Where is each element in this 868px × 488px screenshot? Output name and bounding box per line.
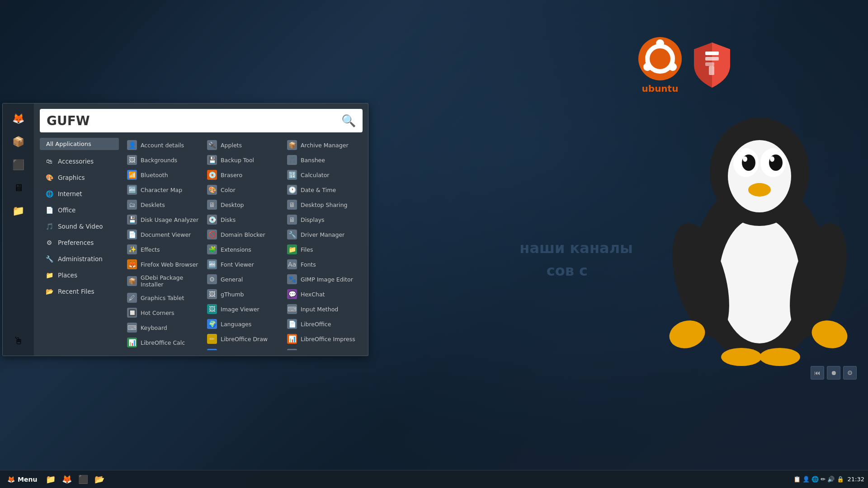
app-item-libreoffice-draw[interactable]: ✏ LibreOffice Draw: [203, 332, 283, 346]
category-office[interactable]: 📄 Office: [40, 202, 119, 218]
app-item-general[interactable]: ⚙ General: [203, 272, 283, 286]
app-item-hexchat[interactable]: 💬 HexChat: [283, 287, 363, 301]
app-label: Languages: [221, 321, 251, 328]
preferences-icon: ⚙: [44, 238, 54, 248]
bottom-btn-2[interactable]: ⏺: [827, 366, 840, 380]
app-item-files[interactable]: 📁 Files: [283, 242, 363, 257]
app-item-disk-usage-analyzer[interactable]: 💾 Disk Usage Analyzer: [123, 212, 203, 227]
app-item-fonts[interactable]: Aa Fonts: [283, 257, 363, 272]
app-item-libreoffice-impress[interactable]: 📊 LibreOffice Impress: [283, 332, 363, 346]
category-sound-video-label: Sound & Video: [58, 223, 103, 230]
app-icon: 🔌: [207, 140, 217, 150]
all-applications-btn[interactable]: All Applications: [40, 138, 119, 150]
search-input[interactable]: [47, 113, 341, 128]
office-icon: 📄: [44, 205, 54, 215]
category-internet[interactable]: 🌐 Internet: [40, 186, 119, 202]
app-label: LibreOffice Calc: [141, 339, 185, 346]
category-preferences[interactable]: ⚙ Preferences: [40, 235, 119, 250]
category-accessories[interactable]: 🛍 Accessories: [40, 154, 119, 169]
app-item-color[interactable]: 🎨 Color: [203, 183, 283, 197]
app-label: Hot Corners: [141, 310, 174, 316]
sidebar-icon-code[interactable]: 🖥: [8, 177, 29, 198]
category-administration[interactable]: 🔧 Administration: [40, 251, 119, 267]
app-icon: 🖥: [287, 215, 297, 225]
sidebar-icon-terminal[interactable]: ⬛: [8, 154, 29, 175]
app-icon: 🖥: [207, 200, 217, 210]
app-item-document-viewer[interactable]: 📄 Document Viewer: [123, 227, 203, 242]
app-item-firefox-web-browser[interactable]: 🦊 Firefox Web Browser: [123, 257, 203, 272]
app-item-desktop-sharing[interactable]: 🖥 Desktop Sharing: [283, 197, 363, 212]
app-item-driver-manager[interactable]: 🔧 Driver Manager: [283, 227, 363, 242]
app-item-effects[interactable]: ✨ Effects: [123, 242, 203, 257]
taskbar-files-icon[interactable]: 📁: [44, 473, 57, 486]
taskbar-terminal-icon[interactable]: ⬛: [77, 473, 90, 486]
app-item-character-map[interactable]: 🔤 Character Map: [123, 183, 203, 197]
app-item-libreoffice-writer[interactable]: 📝 LibreOffice Writer: [203, 347, 283, 350]
app-label: Backup Tool: [221, 157, 254, 164]
app-item-log-file-viewer[interactable]: 📋 Log File Viewer: [283, 347, 363, 350]
app-label: Desklets: [141, 202, 165, 208]
category-graphics[interactable]: 🎨 Graphics: [40, 170, 119, 185]
graphics-icon: 🎨: [44, 173, 54, 183]
sidebar-icon-folder[interactable]: 📦: [8, 131, 29, 152]
app-item-desklets[interactable]: 🗂 Desklets: [123, 197, 203, 212]
app-item-domain-blocker[interactable]: 🚫 Domain Blocker: [203, 227, 283, 242]
app-icon: 🔤: [127, 185, 137, 195]
app-item-extensions[interactable]: 🧩 Extensions: [203, 242, 283, 257]
app-item-date-&-time[interactable]: 🕐 Date & Time: [283, 183, 363, 197]
app-item-bluetooth[interactable]: 📶 Bluetooth: [123, 168, 203, 182]
app-item-applets[interactable]: 🔌 Applets: [203, 138, 283, 152]
app-item-gimp-image-editor[interactable]: 🐾 GIMP Image Editor: [283, 272, 363, 286]
bottom-btn-1[interactable]: ⏮: [811, 366, 824, 380]
category-recent-files[interactable]: 📂 Recent Files: [40, 284, 119, 299]
app-item-backup-tool[interactable]: 💾 Backup Tool: [203, 153, 283, 167]
app-label: Desktop: [221, 202, 244, 208]
app-item-gthumb[interactable]: 🖼 gThumb: [203, 287, 283, 301]
app-label: Effects: [141, 246, 160, 253]
app-item-calculator[interactable]: 🔢 Calculator: [283, 168, 363, 182]
app-icon: 📶: [127, 170, 137, 180]
app-item-hot-corners[interactable]: 🔲 Hot Corners: [123, 305, 203, 320]
app-item-libreoffice[interactable]: 📄 LibreOffice: [283, 317, 363, 331]
category-internet-label: Internet: [58, 190, 82, 197]
tux-penguin-area: [665, 81, 868, 398]
app-column-2: 🔌 Applets 💾 Backup Tool 💿 Brasero 🎨 Colo…: [203, 138, 283, 350]
app-item-libreoffice-calc[interactable]: 📊 LibreOffice Calc: [123, 335, 203, 350]
bottom-btn-3[interactable]: ⚙: [843, 366, 857, 380]
app-item-keyboard[interactable]: ⌨ Keyboard: [123, 320, 203, 335]
app-item-gdebi-package-installer[interactable]: 📦 GDebi Package Installer: [123, 272, 203, 290]
sidebar-icon-pointer[interactable]: 🖱: [8, 330, 29, 351]
administration-icon: 🔧: [44, 254, 54, 264]
taskbar-firefox-icon[interactable]: 🦊: [61, 473, 73, 486]
app-item-disks[interactable]: 💽 Disks: [203, 212, 283, 227]
search-icon[interactable]: 🔍: [341, 114, 356, 127]
app-item-banshee[interactable]: 🎵 Banshee: [283, 153, 363, 167]
category-sound-video[interactable]: 🎵 Sound & Video: [40, 219, 119, 234]
sidebar-icon-firefox[interactable]: 🦊: [8, 108, 29, 129]
taskbar-apps-icon[interactable]: 📂: [93, 473, 106, 486]
sidebar-icon-files[interactable]: 📁: [8, 200, 29, 221]
app-icon: 🖼: [127, 155, 137, 165]
app-label: Character Map: [141, 187, 182, 193]
app-item-account-details[interactable]: 👤 Account details: [123, 138, 203, 152]
app-label: Image Viewer: [221, 306, 259, 313]
app-label: Account details: [141, 142, 184, 149]
app-icon: 🐾: [287, 274, 297, 284]
menu-button[interactable]: 🦊 Menu: [4, 474, 41, 485]
app-item-archive-manager[interactable]: 📦 Archive Manager: [283, 138, 363, 152]
categories-panel: All Applications 🛍 Accessories 🎨 Graphic…: [40, 138, 123, 350]
app-item-backgrounds[interactable]: 🖼 Backgrounds: [123, 153, 203, 167]
app-icon: 🧩: [207, 244, 217, 254]
taskbar-clock: 21:32: [848, 476, 864, 483]
app-item-image-viewer[interactable]: 🖼 Image Viewer: [203, 302, 283, 316]
app-item-input-method[interactable]: ⌨ Input Method: [283, 302, 363, 316]
category-places[interactable]: 📁 Places: [40, 267, 119, 283]
app-item-displays[interactable]: 🖥 Displays: [283, 212, 363, 227]
app-item-languages[interactable]: 🌍 Languages: [203, 317, 283, 331]
app-label: Displays: [301, 216, 325, 223]
app-item-font-viewer[interactable]: 🔤 Font Viewer: [203, 257, 283, 272]
app-item-graphics-tablet[interactable]: 🖊 Graphics Tablet: [123, 291, 203, 305]
app-item-desktop[interactable]: 🖥 Desktop: [203, 197, 283, 212]
app-label: Archive Manager: [301, 142, 349, 149]
app-item-brasero[interactable]: 💿 Brasero: [203, 168, 283, 182]
